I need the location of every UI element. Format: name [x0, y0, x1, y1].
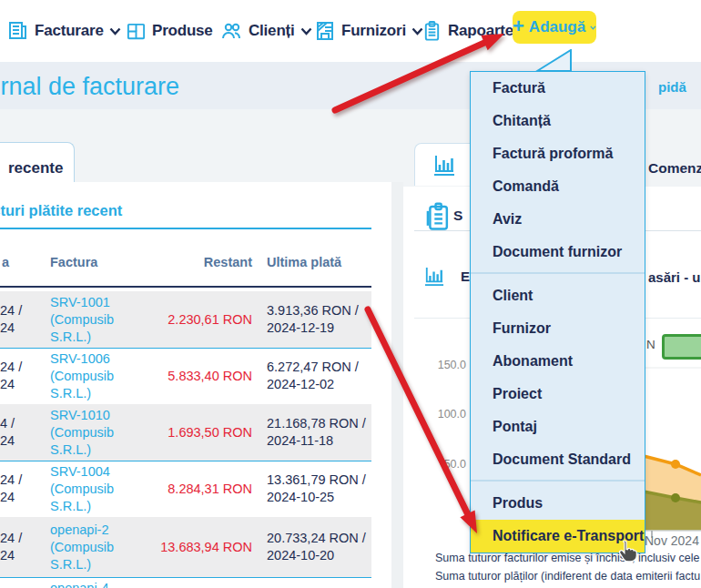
col-header-invoice: Factura — [50, 255, 97, 269]
olive-point — [671, 493, 680, 502]
menu-divider — [471, 480, 645, 482]
last-payment-cell: 13.361,79 RON /2024-10-25 — [267, 461, 374, 517]
plus-icon: + — [513, 16, 524, 36]
nav-item-facturare[interactable]: Facturare — [7, 0, 121, 62]
outstanding-cell: 13.683,94 RON — [150, 517, 252, 577]
panel-gap — [391, 182, 403, 588]
x-axis-label: Nov 2024 — [645, 533, 699, 548]
menu-item-notificare-e-transport[interactable]: Notificare e-Transport — [471, 520, 645, 553]
invoice-link[interactable]: SRV-1010(CompusibS.R.L.) — [50, 404, 146, 461]
nav-item-rapoarte[interactable]: Rapoarte — [422, 0, 513, 62]
chart-footnote: Suma tuturor plăților (indiferent de dat… — [435, 570, 700, 583]
menu-divider — [471, 272, 645, 274]
invoice-link[interactable]: SRV-1001(CompusibS.R.L.) — [50, 291, 146, 348]
chart-heading-fragment-left: E — [461, 269, 470, 284]
partial-row-invoice-link[interactable]: openapi-4 — [50, 581, 109, 588]
table-row[interactable]: 24 /24 SRV-1004(CompusibS.R.L.) 8.284,31… — [0, 461, 371, 518]
menu-item-proiect[interactable]: Proiect — [471, 378, 645, 411]
menu-item-document-standard[interactable]: Document Standard — [471, 443, 645, 476]
nav-label: Clienți — [249, 22, 295, 40]
outstanding-cell: 8.284,31 RON — [150, 461, 252, 517]
chevron-down-icon — [109, 27, 121, 35]
bar-chart-icon — [424, 267, 444, 286]
col-header-date-fragment: a — [2, 255, 9, 269]
menu-item-aviz[interactable]: Aviz — [471, 203, 645, 236]
bar-chart-icon — [433, 155, 455, 176]
people-icon — [221, 21, 243, 41]
nav-label: Rapoarte — [448, 22, 513, 40]
last-payment-cell: 3.913,36 RON /2024-12-19 — [267, 291, 374, 348]
tab-comenzi-fragment[interactable]: Comenz — [648, 160, 701, 177]
invoice-link[interactable]: SRV-1004(CompusibS.R.L.) — [50, 461, 146, 517]
invoice-link[interactable]: SRV-1006(CompusibS.R.L.) — [50, 348, 146, 404]
outstanding-cell: 2.230,61 RON — [150, 291, 252, 348]
menu-item-pontaj[interactable]: Pontaj — [471, 411, 645, 443]
nav-item-clienti[interactable]: Clienți — [221, 0, 312, 62]
last-payment-cell: 21.168,78 RON /2024-11-18 — [267, 404, 374, 461]
add-button-label: Adaugă — [529, 18, 585, 36]
nav-label: Produse — [152, 22, 213, 40]
outstanding-cell: 1.693,50 RON — [150, 404, 252, 461]
page-title: Jurnal de facturare — [0, 73, 179, 101]
menu-item-furnizor[interactable]: Furnizor — [471, 312, 645, 345]
chart-heading-fragment-right: asări - ul — [648, 269, 701, 285]
menu-item-comanda[interactable]: Comandă — [471, 170, 645, 203]
chevron-down-icon — [590, 24, 596, 32]
header-separator — [0, 286, 371, 288]
outstanding-cell: 5.833,40 RON — [150, 348, 252, 404]
invoice-link[interactable]: openapi-2(CompusibS.R.L.) — [50, 517, 146, 577]
menu-item-chitanta[interactable]: Chitanță — [471, 105, 645, 137]
tab-label: recente — [8, 159, 63, 177]
invoices-icon — [7, 20, 29, 42]
nav-label: Furnizori — [341, 22, 406, 40]
col-header-last-payment: Ultima plată — [267, 255, 341, 269]
nav-item-produse[interactable]: Produse — [126, 0, 213, 62]
package-icon — [126, 21, 147, 42]
clipboard-icon — [424, 202, 452, 231]
section-heading-fragment: S — [453, 208, 462, 224]
menu-item-client[interactable]: Client — [471, 279, 645, 312]
panel-heading: Facturi plătite recent — [0, 202, 122, 219]
menu-item-produs[interactable]: Produs — [471, 487, 645, 520]
menu-caret — [521, 49, 573, 72]
heading-underline — [0, 228, 371, 229]
menu-item-document-furnizor[interactable]: Document furnizor — [471, 236, 645, 269]
menu-item-factura-proforma[interactable]: Factură proformă — [471, 137, 645, 170]
table-row[interactable]: 24 /24 openapi-2(CompusibS.R.L.) 13.683,… — [0, 517, 371, 578]
nav-item-furnizori[interactable]: Furnizori — [314, 0, 423, 62]
last-payment-cell: 6.272,47 RON /2024-12-02 — [267, 348, 374, 404]
menu-item-abonament[interactable]: Abonament — [471, 345, 645, 378]
clipboard-icon — [422, 20, 442, 42]
col-header-outstanding: Restant — [150, 255, 252, 269]
orange-point — [671, 460, 680, 469]
date-cell: 24 /24 — [0, 517, 40, 577]
warehouse-icon — [314, 20, 336, 42]
chart-footnote: Suma tuturor facturilor emise și închise… — [435, 552, 699, 564]
date-cell: 24 /24 — [0, 461, 40, 517]
date-cell: 24 /24 — [0, 348, 40, 404]
chevron-down-icon — [300, 27, 312, 35]
quick-invoice-link-fragment[interactable]: pidă — [658, 79, 686, 95]
table-row[interactable]: 24 /24 SRV-1006(CompusibS.R.L.) 5.833,40… — [0, 348, 371, 405]
table-row[interactable]: 24 /24 SRV-1001(CompusibS.R.L.) 2.230,61… — [0, 291, 371, 349]
add-button[interactable]: + Adaugă — [513, 11, 596, 44]
last-payment-cell: 20.733,24 RON /2024-10-20 — [267, 517, 374, 577]
paid-invoices-panel: Facturi plătite recent a Factura Restant… — [0, 182, 391, 588]
table-row[interactable]: 4 /24 SRV-1010(CompusibS.R.L.) 1.693,50 … — [0, 404, 371, 461]
add-dropdown-menu: Factură Chitanță Factură proformă Comand… — [470, 71, 645, 553]
date-cell: 4 /24 — [0, 404, 40, 461]
menu-item-factura[interactable]: Factură — [471, 72, 645, 105]
tab-recente[interactable]: recente — [0, 142, 75, 185]
date-cell: 24 /24 — [0, 291, 40, 348]
nav-label: Facturare — [35, 22, 104, 40]
